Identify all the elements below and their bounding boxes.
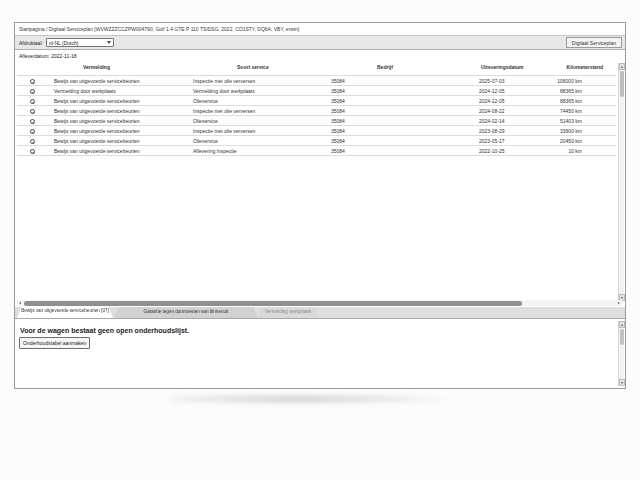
cell-uitvoeringsdatum: 2024-12-05 [479,96,505,106]
table-row[interactable]: Bewijs van uitgevoerde servicebeurten In… [17,126,616,136]
col-header-bedrijf: Bedrijf [377,64,393,70]
cell-kilometerstand: 88365 km [560,96,582,106]
cell-soort-service: Inspectie met olie verversen [193,76,255,86]
col-header-kilometerstand: Kilometerstand [567,64,603,70]
toolbar: Afdruktaal: nl-NL (Dutch) Digitaal Servi… [15,36,625,50]
cell-bedrijf: 35084 [331,96,345,106]
digital-serviceplan-tab[interactable]: Digitaal Serviceplan [566,37,622,48]
scrollbar-thumb[interactable] [620,329,624,345]
magnifier-icon[interactable] [30,109,35,114]
table-row[interactable]: Bewijs van uitgevoerde servicebeurten In… [17,106,616,116]
no-open-maintenance-message: Voor de wagen bestaat geen open onderhou… [20,327,189,334]
panel-vertical-scrollbar[interactable] [618,321,624,386]
cell-kilometerstand: 74450 km [560,106,582,116]
cell-uitvoeringsdatum: 2025-07-03 [479,76,505,86]
magnifier-icon[interactable] [30,149,35,154]
cell-vermelding: Bewijs van uitgevoerde servicebeurten [54,76,140,86]
chevron-down-icon [107,41,111,44]
tab-label: Garantie tegen doorroesten van binnenuit [119,309,253,314]
print-language-value: nl-NL (Dutch) [49,40,79,46]
breadcrumb-row: Startpagina / Digitaal Serviceplan [WVWZ… [15,23,625,36]
magnifier-icon[interactable] [30,119,35,124]
cell-vermelding: Bewijs van uitgevoerde servicebeurten [54,126,140,136]
cell-soort-service: Inspectie met olie verversen [193,126,255,136]
table-row[interactable]: Bewijs van uitgevoerde servicebeurten Af… [17,146,616,156]
scan-smudge-artifact [170,393,450,405]
cell-soort-service: Inspectie met olie verversen [193,106,255,116]
create-maintenance-table-button[interactable]: Onderhoudstabel aanmaken [19,337,90,349]
cell-kilometerstand: 88365 km [560,86,582,96]
breadcrumb: Startpagina / Digitaal Serviceplan [WVWZ… [19,26,299,32]
col-header-uitvoeringsdatum: Uitvoeringsdatum [481,64,524,70]
bottom-tab-bar: Bewijs van uitgevoerde servicebeurten [0… [15,307,625,319]
table-row[interactable]: Bewijs van uitgevoerde servicebeurten Ol… [17,96,616,106]
table-row[interactable]: Vermelding door werkplaats Vermelding do… [17,86,616,96]
cell-kilometerstand: 106000 km [557,76,582,86]
cell-bedrijf: 35084 [331,86,345,96]
delivery-date: Afleverdatum: 2022-11-18 [19,53,76,59]
cell-bedrijf: 35084 [331,76,345,86]
serviceplan-document: Startpagina / Digitaal Serviceplan [WVWZ… [14,22,626,389]
cell-soort-service: Olieservice [193,136,218,146]
cell-soort-service: Olieservice [193,116,218,126]
cell-kilometerstand: 10 km [568,146,582,156]
cell-kilometerstand: 33900 km [560,126,582,136]
service-table: Bewijs van uitgevoerde servicebeurten In… [17,75,616,156]
tab-garantie-doorroesten[interactable]: Garantie tegen doorroesten van binnenuit [115,307,257,318]
cell-uitvoeringsdatum: 2024-02-14 [479,116,505,126]
cell-vermelding: Bewijs van uitgevoerde servicebeurten [54,96,140,106]
cell-vermelding: Bewijs van uitgevoerde servicebeurten [54,146,140,156]
scroll-up-icon[interactable] [619,321,625,328]
scroll-up-icon[interactable] [619,63,625,70]
col-header-vermelding: Vermelding [83,64,110,70]
cell-kilometerstand: 20450 km [560,136,582,146]
delivery-date-value: 2022-11-18 [51,53,76,59]
scroll-right-icon[interactable] [616,300,622,306]
cell-uitvoeringsdatum: 2023-05-17 [479,136,505,146]
cell-vermelding: Vermelding door werkplaats [54,86,116,96]
cell-bedrijf: 35084 [331,126,345,136]
print-language-select[interactable]: nl-NL (Dutch) [46,38,114,47]
tab-servicebeurten[interactable]: Bewijs van uitgevoerde servicebeurten [0… [17,306,113,318]
digital-serviceplan-screen: Startpagina / Digitaal Serviceplan [WVWZ… [0,0,640,480]
magnifier-icon[interactable] [30,129,35,134]
cell-bedrijf: 35084 [331,136,345,146]
cell-bedrijf: 35084 [331,146,345,156]
magnifier-icon[interactable] [30,139,35,144]
magnifier-icon[interactable] [30,89,35,94]
magnifier-icon[interactable] [30,79,35,84]
print-language-label: Afdruktaal: [19,40,43,46]
cell-bedrijf: 35084 [331,106,345,116]
scroll-down-icon[interactable] [619,379,625,386]
cell-vermelding: Bewijs van uitgevoerde servicebeurten [54,116,140,126]
table-vertical-scrollbar[interactable] [618,63,624,301]
tab-label: Bewijs van uitgevoerde servicebeurten [0… [21,308,109,313]
table-row[interactable]: Bewijs van uitgevoerde servicebeurten In… [17,76,616,86]
cell-uitvoeringsdatum: 2024-12-05 [479,86,505,96]
cell-vermelding: Bewijs van uitgevoerde servicebeurten [54,136,140,146]
delivery-date-label: Afleverdatum: [19,53,50,59]
cell-soort-service: Vermelding door werkplaats [193,86,255,96]
maintenance-panel: Voor de wagen bestaat geen open onderhou… [15,319,625,388]
scrollbar-thumb[interactable] [620,71,624,97]
tab-vermelding-werkplaats[interactable]: Vermelding werkplaats [259,307,317,318]
cell-soort-service: Olieservice [193,96,218,106]
col-header-soort-service: Soort service [237,64,269,70]
table-row[interactable]: Bewijs van uitgevoerde servicebeurten Ol… [17,116,616,126]
cell-soort-service: Aflevering Inspectie [193,146,237,156]
tab-label: Vermelding werkplaats [263,309,313,314]
cell-kilometerstand: 51403 km [560,116,582,126]
cell-uitvoeringsdatum: 2023-08-29 [479,126,505,136]
cell-bedrijf: 35084 [331,116,345,126]
cell-uitvoeringsdatum: 2022-10-25 [479,146,505,156]
cell-uitvoeringsdatum: 2024-08-22 [479,106,505,116]
cell-vermelding: Bewijs van uitgevoerde servicebeurten [54,106,140,116]
table-row[interactable]: Bewijs van uitgevoerde servicebeurten Ol… [17,136,616,146]
scrollbar-thumb[interactable] [24,301,522,306]
magnifier-icon[interactable] [30,99,35,104]
